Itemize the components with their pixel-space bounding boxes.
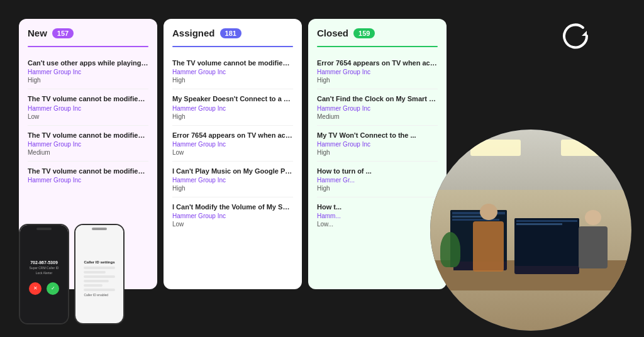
closed-card-title: Closed [317, 28, 348, 38]
assigned-ticket-1-title: The TV volume cannot be modified.. Refer… [172, 58, 293, 67]
new-ticket-3[interactable]: The TV volume cannot be modified.. Refer… [28, 126, 148, 162]
main-container: New 157 Can't use other apps while playi… [0, 0, 644, 337]
phone-2-notch [92, 228, 107, 230]
new-card-header: New 157 [28, 28, 148, 38]
assigned-ticket-2[interactable]: My Speaker Doesn't Connect to a Paired D… [172, 89, 293, 125]
phone-1-sub1: Super CRM Caller ID [30, 266, 59, 270]
office-photo [430, 130, 631, 331]
closed-ticket-1-title: Error 7654 appears on TV when accessing … [317, 58, 438, 67]
refresh-icon [559, 20, 591, 56]
assigned-ticket-1[interactable]: The TV volume cannot be modified.. Refer… [172, 53, 293, 89]
closed-ticket-5[interactable]: How t... Hamm... Low... [317, 197, 438, 233]
new-ticket-4[interactable]: The TV volume cannot be modified.. Refer… [28, 162, 148, 190]
closed-ticket-4-title: How to turn of ... [317, 167, 438, 175]
phone-1-number: 702-867-5309 [30, 260, 58, 265]
closed-ticket-3-priority: High [317, 149, 438, 156]
closed-ticket-4[interactable]: How to turn of ... Hammer Gr... High [317, 162, 438, 197]
svg-marker-0 [582, 31, 587, 36]
closed-ticket-3-company: Hammer Group Inc [317, 141, 438, 148]
monitor-2 [514, 218, 579, 275]
new-ticket-3-title: The TV volume cannot be modified.. Refer… [28, 131, 148, 140]
new-ticket-3-company: Hammer Group Inc [28, 141, 148, 148]
new-ticket-1[interactable]: Can't use other apps while playing music… [28, 53, 148, 89]
closed-ticket-2-priority: Medium [317, 113, 438, 120]
assigned-ticket-5[interactable]: I Can't Modify the Volume of My Smart Sp… [172, 197, 293, 233]
closed-ticket-1-company: Hammer Group Inc [317, 69, 438, 75]
new-ticket-3-priority: Medium [28, 149, 148, 156]
assigned-ticket-2-title: My Speaker Doesn't Connect to a Paired D… [172, 94, 293, 103]
decline-button[interactable]: ✕ [29, 282, 42, 295]
phone-2-content: Caller ID settings Caller ID enabled [84, 260, 114, 297]
phone-2-line-5 [84, 284, 102, 287]
phone-1: 702-867-5309 Super CRM Caller ID Lock Al… [19, 224, 69, 324]
person-1-head [480, 204, 497, 220]
person-2-body [579, 226, 608, 268]
assigned-ticket-1-company: Hammer Group Inc [172, 69, 293, 75]
phone-2-line-6 [84, 289, 114, 291]
closed-card-header: Closed 159 [317, 28, 438, 38]
assigned-ticket-3-priority: Low [172, 149, 293, 156]
new-ticket-4-title: The TV volume cannot be modified.. Refer… [28, 167, 148, 175]
phone-2-line-3 [84, 275, 114, 278]
phone-1-notch [36, 228, 52, 230]
assigned-card-header: Assigned 181 [172, 28, 293, 38]
closed-ticket-4-priority: High [317, 185, 438, 192]
screen-line [516, 220, 577, 222]
monitor-2-screen [514, 218, 579, 266]
assigned-ticket-5-title: I Can't Modify the Volume of My Smart Sp… [172, 202, 293, 211]
ceiling-light-2 [561, 140, 601, 156]
closed-ticket-1[interactable]: Error 7654 appears on TV when accessing … [317, 53, 438, 89]
phone-2-line-2 [84, 271, 105, 273]
new-ticket-1-title: Can't use other apps while playing music… [28, 58, 148, 67]
ceiling [430, 130, 631, 190]
assigned-card-title: Assigned [172, 28, 215, 38]
assigned-ticket-4-company: Hammer Group Inc [172, 177, 293, 184]
new-ticket-1-priority: High [28, 77, 148, 84]
assigned-badge: 181 [220, 28, 242, 38]
closed-ticket-1-priority: High [317, 77, 438, 84]
assigned-ticket-3-company: Hammer Group Inc [172, 141, 293, 148]
assigned-ticket-3[interactable]: Error 7654 appears on TV when accessing … [172, 126, 293, 162]
assigned-ticket-5-company: Hammer Group Inc [172, 213, 293, 219]
assigned-ticket-4-title: I Can't Play Music on My Google Play. Re… [172, 167, 293, 175]
closed-ticket-3-title: My TV Won't Connect to the ... [317, 131, 438, 140]
new-ticket-2[interactable]: The TV volume cannot be modified.. Refer… [28, 89, 148, 125]
closed-ticket-5-title: How t... [317, 202, 438, 211]
new-badge: 157 [52, 28, 74, 38]
new-ticket-2-title: The TV volume cannot be modified.. Refer… [28, 94, 148, 103]
assigned-ticket-1-priority: High [172, 77, 293, 84]
new-ticket-2-company: Hammer Group Inc [28, 105, 148, 112]
new-ticket-1-company: Hammer Group Inc [28, 69, 148, 75]
closed-divider [317, 46, 438, 47]
closed-ticket-2[interactable]: Can't Find the Clock on My Smart Speaker… [317, 89, 438, 125]
new-ticket-2-priority: Low [28, 113, 148, 120]
phone-2-line-1 [84, 267, 114, 269]
refresh-icon-container[interactable] [556, 19, 594, 57]
assigned-ticket-4[interactable]: I Can't Play Music on My Google Play. Re… [172, 162, 293, 197]
assigned-ticket-5-priority: Low [172, 221, 293, 228]
phone-1-screen: 702-867-5309 Super CRM Caller ID Lock Al… [20, 225, 68, 323]
closed-ticket-5-company: Hamm... [317, 213, 438, 219]
closed-ticket-5-priority: Low... [317, 221, 438, 228]
accept-button[interactable]: ✓ [47, 282, 59, 295]
new-divider [28, 46, 148, 47]
assigned-ticket-4-priority: High [172, 185, 293, 192]
assigned-card: Assigned 181 The TV volume cannot be mod… [164, 19, 302, 289]
closed-ticket-2-title: Can't Find the Clock on My Smart Speaker… [317, 94, 438, 103]
phone-2-line-4 [84, 280, 108, 282]
person-1 [467, 204, 511, 294]
closed-ticket-3[interactable]: My TV Won't Connect to the ... Hammer Gr… [317, 126, 438, 162]
phone-1-buttons: ✕ ✓ [29, 282, 59, 295]
new-card-title: New [28, 28, 47, 38]
closed-ticket-2-company: Hammer Group Inc [317, 105, 438, 112]
person-2 [575, 210, 611, 287]
phone-2-screen: Caller ID settings Caller ID enabled [75, 225, 123, 323]
screen-line [516, 223, 562, 225]
phones-container: 702-867-5309 Super CRM Caller ID Lock Al… [19, 224, 125, 324]
phone-2-label: Caller ID enabled [84, 293, 114, 297]
assigned-ticket-3-title: Error 7654 appears on TV when accessing … [172, 131, 293, 140]
closed-ticket-4-company: Hammer Gr... [317, 177, 438, 184]
assigned-divider [172, 46, 293, 47]
plant-pot [447, 267, 453, 282]
plant-leaves [440, 232, 460, 267]
